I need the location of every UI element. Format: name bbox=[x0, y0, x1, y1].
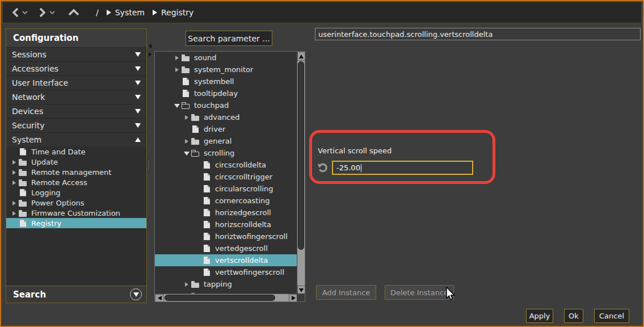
expander-collapsed-icon[interactable] bbox=[11, 158, 18, 166]
tree-item[interactable]: touchpad bbox=[155, 99, 297, 111]
tree-item[interactable]: circularscrolling bbox=[155, 183, 297, 195]
tree-item[interactable]: driver bbox=[155, 123, 297, 135]
tree-item[interactable]: cornercoasting bbox=[155, 195, 297, 207]
tree-item[interactable]: tooltipdelay bbox=[155, 87, 297, 99]
sidebar-section-accessories[interactable]: Accessories bbox=[6, 61, 146, 76]
sidebar-search-section[interactable]: Search bbox=[6, 286, 146, 303]
breadcrumb-registry[interactable]: Registry bbox=[161, 8, 193, 17]
expander-collapsed-icon[interactable] bbox=[11, 169, 18, 176]
expander-collapsed-icon[interactable] bbox=[183, 280, 191, 288]
back-dropdown-icon[interactable] bbox=[22, 10, 28, 15]
tree-item[interactable]: vertedgescroll bbox=[155, 242, 297, 254]
parameter-value-input[interactable]: -25.00 bbox=[332, 161, 473, 175]
settings-window: / System Registry Configuration Sessions… bbox=[0, 0, 644, 327]
tree-item-label: circscrolldelta bbox=[215, 161, 266, 169]
tree-item[interactable]: system_monitor bbox=[155, 64, 297, 76]
file-icon bbox=[203, 196, 212, 205]
splitter-grip[interactable] bbox=[148, 159, 150, 171]
expander-collapsed-icon[interactable] bbox=[183, 114, 191, 121]
tree-item-label: vertscrolldelta bbox=[215, 256, 268, 265]
item-label: Registry bbox=[31, 219, 61, 228]
tree-item[interactable]: horizscrolldelta bbox=[155, 219, 297, 230]
sidebar-section-sessions[interactable]: Sessions bbox=[6, 47, 146, 61]
tree-item[interactable]: systembell bbox=[155, 76, 297, 87]
apply-button[interactable]: Apply bbox=[526, 309, 553, 323]
sidebar-section-network[interactable]: Network bbox=[6, 90, 146, 104]
search-parameter-button[interactable]: Search parameter ... bbox=[186, 31, 272, 46]
sidebar-item-firmware-customization[interactable]: Firmware Customization bbox=[6, 208, 146, 218]
chevron-down-icon bbox=[135, 109, 141, 114]
sidebar-item-update[interactable]: Update bbox=[6, 157, 146, 167]
add-instance-button[interactable]: Add Instance bbox=[316, 285, 376, 300]
forward-dropdown-icon[interactable] bbox=[49, 10, 55, 15]
chevron-up-icon bbox=[135, 137, 141, 142]
pane-splitter[interactable] bbox=[147, 28, 154, 303]
tree-item[interactable]: horiztwofingerscroll bbox=[155, 230, 297, 242]
horizontal-scroll-thumb[interactable] bbox=[165, 295, 275, 301]
expander-expanded-icon[interactable] bbox=[174, 102, 181, 109]
tree-item[interactable]: circscrolltrigger bbox=[155, 171, 297, 183]
tree-item[interactable]: sound bbox=[155, 52, 297, 64]
tree-item[interactable]: tapping bbox=[155, 278, 297, 290]
ok-button[interactable]: Ok bbox=[564, 309, 583, 323]
file-icon bbox=[203, 220, 212, 229]
cancel-button[interactable]: Cancel bbox=[594, 309, 629, 323]
sidebar-section-security[interactable]: Security bbox=[6, 118, 146, 132]
sidebar-item-remote-access[interactable]: Remote Access bbox=[6, 177, 146, 187]
forward-icon[interactable] bbox=[38, 7, 47, 18]
tree-item-label: driver bbox=[204, 125, 225, 133]
vertical-scrollbar[interactable] bbox=[297, 52, 305, 295]
sidebar-title: Configuration bbox=[6, 29, 146, 47]
expander-spacer bbox=[11, 189, 18, 196]
delete-instance-button[interactable]: Delete Instance bbox=[385, 285, 454, 300]
tree-item[interactable]: advanced bbox=[155, 111, 297, 123]
parameter-path-field[interactable]: userinterface.touchpad.scrolling.vertscr… bbox=[315, 28, 641, 40]
sidebar-section-system[interactable]: System bbox=[6, 132, 146, 146]
horizontal-scrollbar[interactable] bbox=[155, 294, 298, 301]
expander-expanded-icon[interactable] bbox=[183, 149, 191, 157]
expander-spacer bbox=[11, 220, 18, 227]
sidebar-section-user-interface[interactable]: User Interface bbox=[6, 76, 146, 90]
tree-item[interactable]: horizedgescroll bbox=[155, 207, 297, 219]
vertical-scroll-thumb[interactable] bbox=[298, 61, 304, 250]
tree-item[interactable]: circscrolldelta bbox=[155, 159, 297, 171]
tree-item-label: cornercoasting bbox=[215, 196, 270, 205]
chevron-down-icon bbox=[135, 81, 141, 85]
back-icon[interactable] bbox=[11, 7, 20, 18]
tree-item[interactable]: verttwofingerscroll bbox=[155, 266, 297, 278]
expander-collapsed-icon[interactable] bbox=[174, 54, 181, 61]
expander-collapsed-icon[interactable] bbox=[11, 199, 18, 207]
registry-tree-panel: sound system_monitor systembell tooltipd… bbox=[154, 51, 305, 302]
sidebar-section-devices[interactable]: Devices bbox=[6, 104, 146, 118]
up-icon[interactable] bbox=[68, 9, 80, 16]
sidebar-item-logging[interactable]: Logging bbox=[6, 187, 146, 198]
breadcrumb-system[interactable]: System bbox=[115, 8, 145, 17]
sidebar-item-power-options[interactable]: Power Options bbox=[6, 198, 146, 208]
sidebar-item-registry[interactable]: Registry bbox=[6, 218, 146, 228]
file-icon bbox=[203, 244, 212, 253]
tree-rows: sound system_monitor systembell tooltipd… bbox=[155, 52, 297, 294]
tree-item[interactable]: general bbox=[155, 135, 297, 147]
folder-icon bbox=[182, 65, 191, 74]
expander-collapsed-icon[interactable] bbox=[11, 209, 18, 217]
section-label: Accessories bbox=[12, 64, 58, 73]
reset-icon[interactable] bbox=[317, 162, 329, 173]
collapse-right-icon[interactable] bbox=[149, 52, 151, 57]
tree-item-label: circscrolltrigger bbox=[215, 173, 272, 181]
expander-spacer bbox=[174, 78, 181, 85]
scroll-left-icon[interactable] bbox=[155, 294, 164, 302]
tree-item-selected[interactable]: vertscrolldelta bbox=[155, 254, 297, 266]
file-icon bbox=[182, 77, 191, 86]
tree-item[interactable]: scrolling bbox=[155, 147, 297, 159]
collapse-left-icon[interactable] bbox=[149, 44, 151, 48]
expander-collapsed-icon[interactable] bbox=[174, 66, 181, 73]
breadcrumb-root[interactable]: / bbox=[96, 8, 99, 17]
expand-search-icon[interactable] bbox=[130, 288, 142, 300]
scroll-up-icon[interactable] bbox=[297, 52, 305, 61]
sidebar-item-time-and-date[interactable]: Time and Date bbox=[6, 146, 146, 157]
expander-collapsed-icon[interactable] bbox=[11, 179, 18, 186]
expander-collapsed-icon[interactable] bbox=[183, 137, 191, 145]
tree-item-label: horizscrolldelta bbox=[215, 220, 271, 229]
folder-icon bbox=[19, 178, 28, 187]
sidebar-item-remote-management[interactable]: Remote management bbox=[6, 167, 146, 177]
